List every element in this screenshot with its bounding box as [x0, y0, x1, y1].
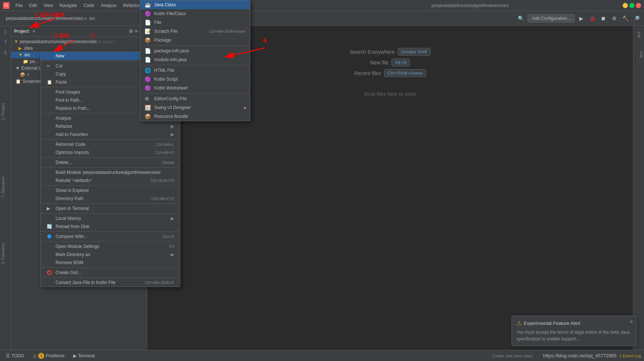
ctx-module-settings[interactable]: Open Module Settings F4 [41, 242, 180, 250]
ctx-compare[interactable]: 🔷 Compare With... Ctrl+D [41, 232, 180, 241]
tab-todo[interactable]: ☰ TODO [3, 353, 27, 359]
ctx-mark-dir[interactable]: Mark Directory as ▶ [41, 250, 180, 259]
minimize-button[interactable] [623, 3, 628, 8]
tree-root-label: perjavadatastructurealgorithmexercises [20, 39, 97, 44]
ctx-create-gist[interactable]: ⭕ Create Gist... [41, 269, 180, 277]
tab-terminal[interactable]: ▶ Terminal [70, 353, 98, 359]
collapse-icon[interactable]: ≡ [135, 28, 138, 34]
submenu-swing[interactable]: 🪟 Swing UI Designer ▶ [140, 103, 250, 112]
run-button[interactable]: ▶ [576, 14, 586, 23]
tree-item-root[interactable]: ▼ perjavadatastructurealgorithmexercises… [11, 38, 147, 45]
tree-src-label: src [24, 52, 30, 57]
new-file-hint: New file Alt+N [370, 59, 410, 66]
ctx-remove-bom[interactable]: Remove BOM [41, 259, 180, 267]
recent-files-hint: Recent files Ctrl+Shift+Home [354, 69, 426, 77]
kotlin-worksheet-icon: 🟣 [145, 85, 152, 91]
submenu-scratch[interactable]: 📝 Scratch File Ctrl+Alt+Shift+Insert [140, 27, 250, 36]
event-log[interactable]: 1 Event Log [619, 354, 641, 358]
submenu-kotlin-class[interactable]: 🟣 Kotlin File/Class [140, 9, 250, 18]
debug-button[interactable]: 🐞 [587, 14, 597, 23]
project-label: Project [14, 29, 29, 34]
menu-analyze[interactable]: Analyze [98, 2, 120, 9]
bottom-right: Create new Java class https://blog.csdn.… [492, 353, 641, 358]
ctx-add-favorites-arrow: ▶ [171, 132, 174, 137]
submenu-editorconfig[interactable]: ⚙ EditorConfig File [140, 94, 250, 103]
search-hint: Search Everywhere Double Shift [350, 48, 431, 56]
ctx-convert-kotlin-label: Convert Java File to Kotlin File [56, 280, 138, 285]
ant-tab[interactable]: Ant [637, 29, 641, 41]
submenu-kotlin-script-label: Kotlin Script [154, 77, 178, 82]
ctx-show-explorer[interactable]: Show in Explorer [41, 186, 180, 194]
ctx-dir-path[interactable]: Directory Path Ctrl+Alt+F12 [41, 194, 180, 203]
ctx-build-module[interactable]: Build Module 'perjavadatastructurealgori… [41, 168, 180, 176]
sync-icon[interactable]: ⚙ [129, 28, 133, 34]
settings-button[interactable]: ⚙ [609, 14, 619, 23]
notification-body: You must accept the terms of legal notic… [516, 329, 632, 342]
ctx-delete[interactable]: Delete... Delete [41, 158, 180, 167]
search-everywhere-button[interactable]: 🔍 [516, 13, 526, 24]
ctx-add-favorites[interactable]: Add to Favorites ▶ [41, 130, 180, 139]
tree-idea-label: .idea [23, 46, 33, 51]
menu-refactor[interactable]: Refactor [120, 2, 143, 9]
submenu-html[interactable]: 🌐 HTML File [140, 66, 250, 75]
structure-side-label[interactable]: 7: Structure [1, 177, 5, 198]
status-create-class: Create new Java class [492, 354, 533, 358]
tab-terminal-label: Terminal [78, 353, 95, 358]
stop-button[interactable]: ⏹ [598, 14, 608, 23]
ctx-convert-kotlin[interactable]: Convert Java File to Kotlin File Ctrl+Al… [41, 278, 180, 287]
build-button[interactable]: 🔨 [620, 14, 630, 23]
ctx-reformat[interactable]: Reformat Code Ctrl+Alt+L [41, 140, 180, 148]
ctx-refactor[interactable]: Refactor ▶ [41, 122, 180, 130]
ctx-open-terminal[interactable]: ▶ Open in Terminal [41, 204, 180, 213]
notification-panel: ⚠ Experimental Feature Alert You must ac… [512, 316, 637, 346]
search-button[interactable]: 🔎 [631, 14, 641, 23]
submenu-package[interactable]: 📦 Package [140, 36, 250, 45]
submenu-file[interactable]: 📄 File [140, 18, 250, 27]
submenu-kotlin-script[interactable]: 🟣 Kotlin Script [140, 75, 250, 84]
project-side-label[interactable]: 1: Project [1, 103, 5, 120]
ctx-local-history[interactable]: Local History ▶ [41, 214, 180, 222]
ctx-reload[interactable]: 🔄 Reload from Disk [41, 222, 180, 231]
breadcrumb-project[interactable]: perjavadatastructurealgorithmexercises [6, 16, 83, 21]
menu-navigate[interactable]: Navigate [57, 2, 80, 9]
notification-close[interactable]: ✕ [629, 319, 633, 325]
project-tab[interactable]: 1 [1, 27, 10, 37]
ant-side-label[interactable]: Ant [639, 52, 643, 58]
drop-zone: Drop files here to open [364, 91, 416, 97]
close-button[interactable] [636, 3, 641, 8]
tab-problems[interactable]: ⚠ 1 Problems [30, 352, 67, 360]
project-dropdown[interactable]: ▼ [32, 29, 36, 34]
favorites-tab[interactable]: 2 [1, 48, 10, 57]
submenu-sep-2 [140, 65, 250, 65]
structure-tab[interactable]: 7 [1, 38, 10, 47]
ctx-dir-path-label: Directory Path [56, 196, 144, 201]
ctx-rebuild[interactable]: Rebuild '<default>' Ctrl+Shift+F9 [41, 176, 180, 185]
submenu-kotlin-class-label: Kotlin File/Class [154, 11, 186, 16]
ctx-optimize[interactable]: Optimize Imports Ctrl+Alt+O [41, 148, 180, 157]
submenu-resource-bundle[interactable]: 📦 Resource Bundle [140, 112, 250, 121]
submenu-package-info[interactable]: 📄 package-info.java [140, 46, 250, 55]
submenu-html-label: HTML File [154, 68, 174, 73]
submenu-module-info[interactable]: 📄 module-info.java [140, 55, 250, 64]
menu-edit[interactable]: Edit [26, 2, 40, 9]
run-configuration[interactable]: Add Configuration... [528, 14, 575, 22]
module-info-icon: 📄 [145, 57, 152, 63]
menu-code[interactable]: Code [81, 2, 97, 9]
breadcrumb-src[interactable]: src [89, 16, 95, 21]
package-new-icon: 📦 [145, 37, 152, 43]
menu-file[interactable]: File [13, 2, 25, 9]
ctx-compare-shortcut: Ctrl+D [163, 234, 174, 239]
submenu-java-class[interactable]: ☕ Java Class [140, 0, 250, 9]
menu-view[interactable]: View [40, 2, 56, 9]
tree-item-idea[interactable]: ▶ .idea [11, 45, 147, 52]
favorites-side-label[interactable]: 2: Favorites [1, 243, 5, 264]
ctx-sep-4 [41, 139, 180, 140]
submenu-module-info-label: module-info.java [154, 57, 187, 62]
submenu-resource-bundle-label: Resource Bundle [154, 114, 188, 119]
ctx-local-history-label: Local History [56, 216, 168, 221]
window-controls [623, 3, 641, 8]
project-panel-header: Project ▼ ⚙ ≡ — [11, 26, 147, 37]
title-bar: IJ File Edit View Navigate Code Analyze … [0, 0, 644, 11]
maximize-button[interactable] [629, 3, 634, 8]
submenu-kotlin-worksheet[interactable]: 🟣 Kotlin Worksheet [140, 84, 250, 92]
